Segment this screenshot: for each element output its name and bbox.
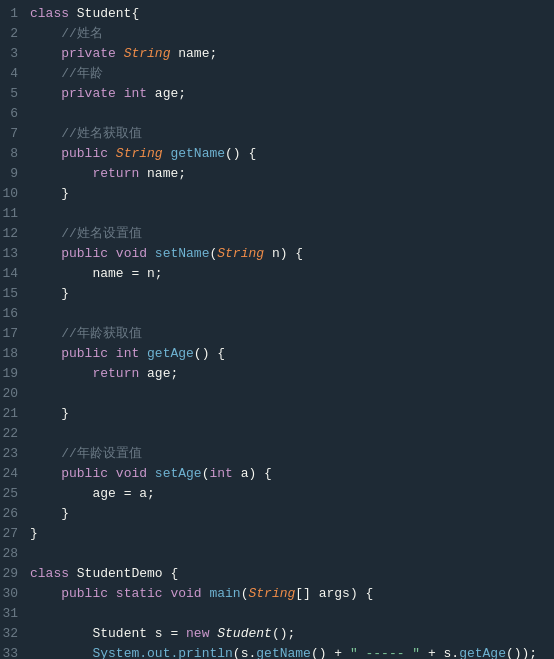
line-number: 23: [0, 444, 30, 464]
line-number: 22: [0, 424, 30, 444]
code-line: 26 }: [0, 504, 554, 524]
code-line: 31: [0, 604, 554, 624]
line-content: //姓名获取值: [30, 124, 546, 144]
line-content: }: [30, 184, 546, 204]
code-line: 20: [0, 384, 554, 404]
line-content: public void setAge(int a) {: [30, 464, 546, 484]
code-line: 29class StudentDemo {: [0, 564, 554, 584]
line-content: public int getAge() {: [30, 344, 546, 364]
line-number: 18: [0, 344, 30, 364]
line-content: class Student{: [30, 4, 546, 24]
line-number: 29: [0, 564, 30, 584]
code-line: 8 public String getName() {: [0, 144, 554, 164]
line-number: 21: [0, 404, 30, 424]
line-content: Student s = new Student();: [30, 624, 546, 644]
code-line: 10 }: [0, 184, 554, 204]
line-number: 11: [0, 204, 30, 224]
code-line: 24 public void setAge(int a) {: [0, 464, 554, 484]
code-line: 6: [0, 104, 554, 124]
line-number: 13: [0, 244, 30, 264]
line-number: 32: [0, 624, 30, 644]
code-line: 23 //年龄设置值: [0, 444, 554, 464]
line-number: 1: [0, 4, 30, 24]
code-line: 21 }: [0, 404, 554, 424]
line-content: public static void main(String[] args) {: [30, 584, 546, 604]
line-number: 20: [0, 384, 30, 404]
line-content: }: [30, 504, 546, 524]
line-content: //年龄获取值: [30, 324, 546, 344]
line-content: //姓名设置值: [30, 224, 546, 244]
line-content: private String name;: [30, 44, 546, 64]
line-number: 26: [0, 504, 30, 524]
code-line: 16: [0, 304, 554, 324]
line-number: 8: [0, 144, 30, 164]
code-line: 3 private String name;: [0, 44, 554, 64]
line-number: 27: [0, 524, 30, 544]
line-number: 10: [0, 184, 30, 204]
code-line: 13 public void setName(String n) {: [0, 244, 554, 264]
line-number: 5: [0, 84, 30, 104]
code-line: 14 name = n;: [0, 264, 554, 284]
line-content: private int age;: [30, 84, 546, 104]
line-number: 25: [0, 484, 30, 504]
line-number: 17: [0, 324, 30, 344]
code-line: 25 age = a;: [0, 484, 554, 504]
line-content: name = n;: [30, 264, 546, 284]
line-number: 16: [0, 304, 30, 324]
code-line: 30 public static void main(String[] args…: [0, 584, 554, 604]
code-line: 27}: [0, 524, 554, 544]
code-line: 12 //姓名设置值: [0, 224, 554, 244]
line-content: //年龄: [30, 64, 546, 84]
line-content: //年龄设置值: [30, 444, 546, 464]
line-number: 28: [0, 544, 30, 564]
line-content: //姓名: [30, 24, 546, 44]
line-number: 7: [0, 124, 30, 144]
code-line: 32 Student s = new Student();: [0, 624, 554, 644]
line-content: return age;: [30, 364, 546, 384]
code-line: 28: [0, 544, 554, 564]
line-content: public void setName(String n) {: [30, 244, 546, 264]
code-line: 15 }: [0, 284, 554, 304]
code-line: 5 private int age;: [0, 84, 554, 104]
line-number: 19: [0, 364, 30, 384]
line-number: 30: [0, 584, 30, 604]
line-number: 9: [0, 164, 30, 184]
line-number: 3: [0, 44, 30, 64]
line-content: class StudentDemo {: [30, 564, 546, 584]
code-line: 22: [0, 424, 554, 444]
code-line: 33 System.out.println(s.getName() + " --…: [0, 644, 554, 659]
code-line: 4 //年龄: [0, 64, 554, 84]
line-content: System.out.println(s.getName() + " -----…: [30, 644, 546, 659]
line-number: 31: [0, 604, 30, 624]
line-number: 12: [0, 224, 30, 244]
line-content: }: [30, 524, 546, 544]
line-number: 15: [0, 284, 30, 304]
code-line: 11: [0, 204, 554, 224]
code-line: 1class Student{: [0, 4, 554, 24]
line-content: }: [30, 284, 546, 304]
line-number: 6: [0, 104, 30, 124]
code-line: 7 //姓名获取值: [0, 124, 554, 144]
code-line: 9 return name;: [0, 164, 554, 184]
code-line: 19 return age;: [0, 364, 554, 384]
line-content: public String getName() {: [30, 144, 546, 164]
code-editor: 1class Student{2 //姓名3 private String na…: [0, 0, 554, 659]
line-number: 33: [0, 644, 30, 659]
line-content: return name;: [30, 164, 546, 184]
line-number: 24: [0, 464, 30, 484]
code-line: 2 //姓名: [0, 24, 554, 44]
line-number: 14: [0, 264, 30, 284]
code-line: 18 public int getAge() {: [0, 344, 554, 364]
line-number: 4: [0, 64, 30, 84]
code-line: 17 //年龄获取值: [0, 324, 554, 344]
line-content: }: [30, 404, 546, 424]
line-content: age = a;: [30, 484, 546, 504]
line-number: 2: [0, 24, 30, 44]
